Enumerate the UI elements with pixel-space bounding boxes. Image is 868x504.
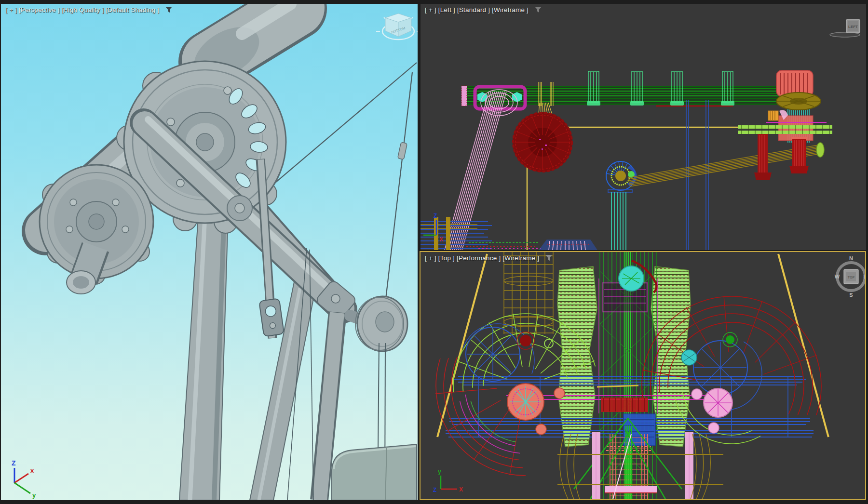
cable-clamp xyxy=(398,142,407,159)
compass-s[interactable]: S xyxy=(849,292,853,298)
beam-end-cap xyxy=(461,86,467,106)
viewport-label-perspective[interactable]: [ + ] [Perspective ] [High Quality ] [De… xyxy=(5,6,173,14)
filter-funnel-icon[interactable] xyxy=(534,6,542,14)
base-frame xyxy=(420,217,541,250)
pale-green-slab-left xyxy=(557,266,597,447)
viewport-label-left[interactable]: [ + ] [Left ] [Standard ] [Wireframe ] xyxy=(425,6,542,14)
axis-x-label: X xyxy=(439,236,443,243)
viewport-label-text[interactable]: [ + ] [Left ] [Standard ] [Wireframe ] xyxy=(425,6,529,13)
axis-z-label: Z xyxy=(12,459,16,467)
viewport-layout: BOTTOM Z x y [ + ] [Perspective ] [High … xyxy=(0,0,868,504)
viewport-perspective[interactable]: BOTTOM Z x y [ + ] [Perspective ] [High … xyxy=(1,4,418,500)
horsehead-fan xyxy=(539,240,597,250)
axis-y-label: y xyxy=(438,468,441,475)
viewport-label-text[interactable]: [ + ] [Top ] [Performance ] [Wireframe ] xyxy=(425,254,539,262)
olive-beam-cap xyxy=(816,143,824,157)
hook-bracket xyxy=(259,298,284,336)
olive-lattice-column xyxy=(504,252,553,334)
axis-x-label: x xyxy=(30,467,34,474)
viewcube-left-view[interactable]: LEFT xyxy=(830,19,860,37)
pink-pitman-arm xyxy=(445,90,517,250)
viewcube-face-label[interactable]: LEFT xyxy=(848,25,858,29)
viewcube-top-view[interactable]: TOP N E S W xyxy=(835,255,865,298)
red-crank-disc xyxy=(513,112,572,172)
axis-tripod-top-view: y X Z xyxy=(433,468,463,493)
cable xyxy=(386,72,412,299)
axis-z-label: Z xyxy=(434,212,437,219)
pulley-hub xyxy=(376,312,394,332)
disc-b-boss xyxy=(89,214,104,229)
orange-box xyxy=(768,111,778,120)
teal-cylinder xyxy=(611,192,626,250)
viewcube-perspective[interactable]: BOTTOM xyxy=(376,13,418,40)
samson-post-2 xyxy=(250,282,315,500)
crossbar-bolt xyxy=(235,203,244,213)
axis-z-label: Z xyxy=(433,487,436,493)
viewport-label-top[interactable]: [ + ] [Top ] [Performance ] [Wireframe ] xyxy=(425,254,553,263)
perspective-model-pumpjack[interactable]: BOTTOM Z x y xyxy=(1,4,418,500)
compass-n[interactable]: N xyxy=(849,255,853,261)
left-view-wireframe-model[interactable]: Z X LEFT xyxy=(420,4,866,250)
axis-y-label: y xyxy=(32,491,36,499)
axis-tripod-perspective: Z x y xyxy=(12,459,36,499)
top-view-wireframe-model[interactable]: TOP N E S W y X Z xyxy=(420,252,865,499)
red-band xyxy=(601,398,648,412)
disc-a-boss xyxy=(196,133,214,151)
viewcube-face-label[interactable]: TOP xyxy=(848,276,855,279)
axis-x-label: X xyxy=(459,486,463,493)
filter-funnel-icon[interactable] xyxy=(545,254,553,263)
yellow-frame-right xyxy=(778,254,828,437)
stub-cap-inner xyxy=(73,276,89,289)
axis-tripod-left-view: Z X xyxy=(423,212,443,243)
viewport-top-view[interactable]: TOP N E S W y X Z [ + ] [Top ] [Performa… xyxy=(420,251,866,500)
viewport-label-text[interactable]: [ + ] [Perspective ] [High Quality ] [De… xyxy=(5,6,159,13)
compass-e[interactable]: E xyxy=(863,274,865,279)
compass-w[interactable]: W xyxy=(835,274,840,279)
filter-funnel-icon[interactable] xyxy=(165,6,173,14)
clevis-bolt xyxy=(331,294,340,303)
viewport-left-view[interactable]: Z X LEFT [ + ] [Left ] [Standard ] [Wire… xyxy=(420,4,866,250)
base-panel xyxy=(332,444,417,500)
